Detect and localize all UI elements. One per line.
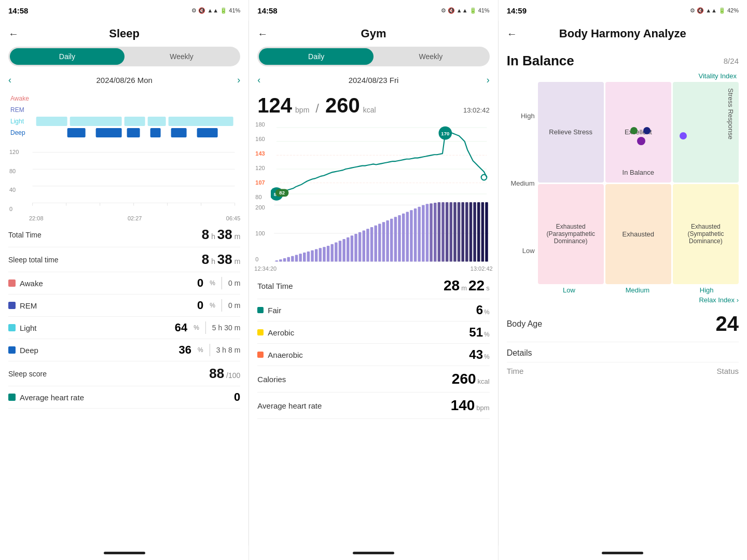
cell-exhausted-para: Exhausted(ParasympatheticDominance) xyxy=(538,184,604,285)
sleep-prev-date[interactable]: ‹ xyxy=(8,75,11,86)
sleep-daily-tab[interactable]: Daily xyxy=(10,48,125,65)
svg-rect-3 xyxy=(148,117,166,126)
hr-y-143: 143 xyxy=(255,150,265,157)
svg-rect-51 xyxy=(327,246,329,262)
svg-rect-87 xyxy=(469,202,472,262)
svg-rect-55 xyxy=(343,239,345,262)
gym-total-time-row: Total Time 28 m 22 s xyxy=(257,273,489,299)
svg-rect-59 xyxy=(358,232,361,262)
gym-back-button[interactable]: ← xyxy=(257,28,268,40)
svg-rect-7 xyxy=(127,128,140,137)
svg-rect-64 xyxy=(378,223,381,261)
gym-total-time-label: Total Time xyxy=(257,282,293,290)
svg-rect-43 xyxy=(295,255,298,261)
sleep-total-row: Sleep total time 8 h 38 m xyxy=(8,247,240,272)
deep-vals: 36 % 3 h 8 m xyxy=(178,343,240,357)
cell-top-right: Stress Response xyxy=(673,82,739,183)
bha-title: Body Harmony Analyze xyxy=(559,27,686,40)
svg-rect-52 xyxy=(331,244,334,262)
svg-rect-85 xyxy=(462,202,464,262)
svg-rect-78 xyxy=(434,203,436,261)
svg-rect-5 xyxy=(67,128,86,137)
bha-grid-area: Vitality Index High Medium Low Relieve S… xyxy=(507,72,739,294)
gym-weekly-tab[interactable]: Weekly xyxy=(374,48,488,65)
fair-dot xyxy=(257,307,264,313)
sleep-score-label: Sleep score xyxy=(8,370,47,378)
cell-relieve-stress: Relieve Stress xyxy=(538,82,604,183)
body-age-label: Body Age xyxy=(507,319,543,329)
svg-rect-0 xyxy=(36,117,67,126)
anaerobic-name: Anaerobic xyxy=(268,351,303,359)
hr-y-120: 120 xyxy=(255,165,265,171)
sleep-date-nav: ‹ 2024/08/26 Mon › xyxy=(0,72,248,89)
deep-label: Deep xyxy=(10,127,29,138)
gym-header: ← Gym xyxy=(249,21,497,47)
gym-bpm-val: 124 xyxy=(257,94,292,117)
gym-timestamp: 13:02:42 xyxy=(463,106,490,114)
total-time-value: 8 h 38 m xyxy=(202,227,241,243)
svg-rect-2 xyxy=(125,117,145,126)
gym-calories-chart-container: 200 100 0 xyxy=(249,202,497,264)
gym-avg-hr-row: Average heart rate 140 bpm xyxy=(257,393,489,419)
sleep-title: Sleep xyxy=(109,27,140,40)
fair-name: Fair xyxy=(268,306,281,315)
cal-y-200: 200 xyxy=(255,204,265,211)
svg-rect-63 xyxy=(375,226,377,262)
gym-title: Gym xyxy=(361,27,386,40)
light-vals: 64 % 5 h 30 m xyxy=(175,321,241,334)
bluetooth-icon-2: ⚙ xyxy=(441,7,446,14)
sleep-back-button[interactable]: ← xyxy=(8,28,19,40)
svg-rect-40 xyxy=(283,258,286,262)
gym-hr-chart: 170 80 82 xyxy=(271,119,492,202)
avg-hr-label: Average heart rate xyxy=(20,393,84,402)
cell-exhausted-sym: Exhausted(SympatheticDominance) xyxy=(673,184,739,285)
hr-y-107: 107 xyxy=(255,179,265,186)
status-time-sleep: 14:58 xyxy=(8,6,28,15)
mute-icon: 🔇 xyxy=(198,7,205,14)
svg-rect-9 xyxy=(171,128,187,137)
deep-time: 3 h 8 m xyxy=(216,346,241,354)
time-mid: 02:27 xyxy=(128,215,142,221)
time-start: 22:08 xyxy=(29,215,44,221)
chart-time-end: 13:02:42 xyxy=(471,265,493,272)
sleep-weekly-tab[interactable]: Weekly xyxy=(125,48,239,65)
mute-icon-3: 🔇 xyxy=(697,7,704,14)
harmony-grid: Relieve Stress Excellent In Balance xyxy=(538,82,739,284)
light-pct: 64 xyxy=(175,321,187,334)
gym-aerobic-row: Aerobic 51 % xyxy=(257,321,489,344)
light-label: Light xyxy=(10,116,29,127)
gym-daily-tab[interactable]: Daily xyxy=(259,48,374,65)
svg-point-34 xyxy=(481,175,487,180)
home-indicator-sleep xyxy=(0,545,249,560)
x-high-label: High xyxy=(700,286,714,294)
details-section-title: Details xyxy=(507,342,739,362)
bha-status-title: In Balance xyxy=(507,53,574,69)
svg-rect-1 xyxy=(70,117,122,126)
svg-rect-77 xyxy=(430,203,433,261)
bha-back-button[interactable]: ← xyxy=(507,28,517,40)
svg-rect-48 xyxy=(315,249,317,262)
svg-rect-39 xyxy=(280,259,282,261)
mute-icon-2: 🔇 xyxy=(448,7,455,14)
svg-rect-70 xyxy=(402,214,405,262)
relax-index-link[interactable]: Relax Index › xyxy=(507,294,739,306)
deep-pct: 36 xyxy=(178,343,191,357)
cell-exhausted-sym-label: Exhausted(SympatheticDominance) xyxy=(687,223,724,245)
gym-prev-date[interactable]: ‹ xyxy=(257,75,260,86)
status-bar-bha: 14:59 ⚙ 🔇 ▲▲ 🔋 42% xyxy=(499,0,747,21)
gym-avg-hr-val: 140 bpm xyxy=(451,397,490,414)
svg-rect-81 xyxy=(446,202,448,262)
home-bar-gym xyxy=(353,552,394,554)
awake-dot xyxy=(8,279,16,287)
awake-vals: 0 % 0 m xyxy=(197,276,240,290)
bluetooth-icon: ⚙ xyxy=(191,7,197,14)
svg-rect-38 xyxy=(275,260,278,261)
svg-rect-89 xyxy=(477,202,480,262)
gym-calories-label: Calories xyxy=(257,375,286,384)
deep-name: Deep xyxy=(20,346,38,355)
sleep-total-value: 8 h 38 m xyxy=(202,251,241,268)
details-col-headers: Time Status xyxy=(507,362,739,377)
sleep-next-date[interactable]: › xyxy=(237,75,240,86)
svg-rect-68 xyxy=(394,217,397,261)
gym-next-date[interactable]: › xyxy=(487,75,490,86)
